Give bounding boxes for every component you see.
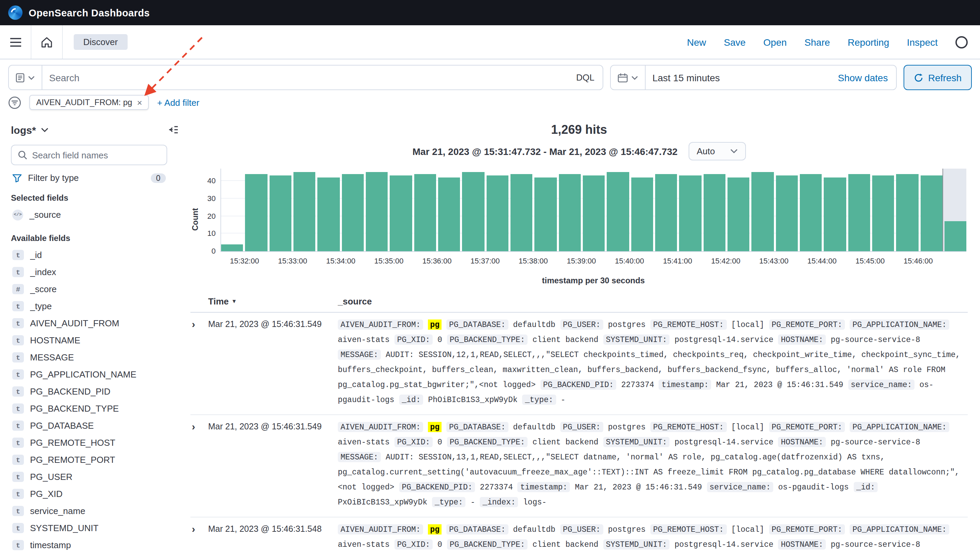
field-item-PG_XID[interactable]: tPG_XID [11,485,167,502]
calendar-button[interactable] [611,66,645,90]
nav-action-save[interactable]: Save [724,37,746,47]
histogram-bar[interactable] [559,174,581,251]
histogram-bar[interactable] [221,244,243,251]
histogram-bar[interactable] [583,176,605,251]
histogram-bar[interactable] [414,174,436,251]
histogram-bar[interactable] [945,221,967,251]
histogram-bar[interactable] [848,174,870,251]
histogram-bar[interactable] [366,172,388,251]
histogram-bar[interactable] [655,174,677,251]
source-field-name: SYSTEMD_UNIT: [603,437,669,447]
nav-action-reporting[interactable]: Reporting [848,37,889,47]
field-name: _score [30,284,57,294]
index-pattern-selector[interactable]: logs* [11,124,48,136]
field-item-HOSTNAME[interactable]: tHOSTNAME [11,332,167,349]
menu-button[interactable] [0,25,31,59]
search-input[interactable] [42,72,568,83]
field-item-timestamp[interactable]: ttimestamp [11,537,167,553]
histogram-bar[interactable] [607,172,629,251]
histogram-bar[interactable] [727,178,750,251]
nav-action-new[interactable]: New [687,37,706,47]
close-icon[interactable]: × [137,98,142,107]
expand-row-icon[interactable]: › [191,420,208,510]
home-button[interactable] [31,25,63,59]
source-field-value: Mar 21, 2023 @ 15:46:31.549 [575,483,702,491]
help-icon[interactable] [956,36,968,48]
add-filter-button[interactable]: + Add filter [157,97,200,107]
saved-query-button[interactable] [9,66,42,90]
field-item-AIVEN_AUDIT_FROM[interactable]: tAIVEN_AUDIT_FROM [11,315,167,332]
histogram-bar[interactable] [293,172,315,251]
histogram-bar[interactable] [318,178,340,251]
field-item-PG_DATABASE[interactable]: tPG_DATABASE [11,417,167,434]
field-type-icon: t [12,540,24,550]
time-range-label[interactable]: Last 15 minutes [645,72,830,83]
histogram-bar[interactable] [245,174,267,251]
filter-menu-icon[interactable] [8,96,21,109]
field-item-PG_USER[interactable]: tPG_USER [11,468,167,485]
x-tick-label: 15:39:00 [567,257,596,265]
source-field-value: postgres [608,423,645,431]
source-field-value: 0 [437,540,442,549]
source-field-name: service_name: [707,482,773,492]
histogram-bar[interactable] [776,176,798,251]
histogram-bar[interactable] [703,174,725,251]
field-name: PG_APPLICATION_NAME [30,369,136,380]
histogram-bar[interactable] [390,176,412,251]
histogram-bar[interactable] [631,178,653,251]
field-item-PG_REMOTE_HOST[interactable]: tPG_REMOTE_HOST [11,434,167,451]
histogram-bar[interactable] [824,178,846,251]
row-source: AIVEN_AUDIT_FROM: pg PG_DATABASE: defaul… [338,522,968,553]
field-item-PG_REMOTE_PORT[interactable]: tPG_REMOTE_PORT [11,451,167,468]
source-field-value: postgresql-14.service [674,540,773,549]
histogram-bar[interactable] [872,176,894,251]
interval-select[interactable]: Auto [689,142,746,160]
field-item-_score[interactable]: #_score [11,281,167,298]
field-item-PG_BACKEND_PID[interactable]: tPG_BACKEND_PID [11,383,167,400]
histogram-bar[interactable] [751,172,773,251]
histogram-bar[interactable] [486,176,508,251]
source-field-value: 0 [437,335,442,344]
filter-pill[interactable]: AIVEN_AUDIT_FROM: pg × [29,95,149,110]
time-range-text: Mar 21, 2023 @ 15:31:47.732 - Mar 21, 20… [413,146,678,157]
show-dates-button[interactable]: Show dates [830,72,896,83]
field-item-_type[interactable]: t_type [11,298,167,315]
source-field-value: pg [428,319,442,330]
nav-action-open[interactable]: Open [763,37,787,47]
histogram-bar[interactable] [920,176,942,251]
field-item-PG_BACKEND_TYPE[interactable]: tPG_BACKEND_TYPE [11,400,167,417]
time-column-header[interactable]: Time ▼ [208,296,338,306]
field-name: timestamp [30,540,71,550]
histogram-bar[interactable] [800,174,822,251]
content-area: logs* Filter by type 0 Selected fields <… [0,116,980,553]
source-field-value: - [560,395,565,404]
field-type-icon: t [12,250,24,260]
field-name: PG_XID [30,489,62,499]
field-item-_id[interactable]: t_id [11,247,167,263]
histogram-bar[interactable] [535,178,557,251]
nav-action-inspect[interactable]: Inspect [907,37,938,47]
histogram-bar[interactable] [511,174,533,251]
field-item-service_name[interactable]: tservice_name [11,502,167,520]
histogram-bar[interactable] [438,178,460,251]
expand-row-icon[interactable]: › [191,522,208,553]
nav-action-share[interactable]: Share [805,37,830,47]
field-item-_index[interactable]: t_index [11,263,167,281]
field-item-SYSTEMD_UNIT[interactable]: tSYSTEMD_UNIT [11,520,167,537]
expand-row-icon[interactable]: › [191,318,208,407]
histogram-bars [221,168,966,251]
collapse-sidebar-button[interactable] [165,122,181,138]
field-item-PG_APPLICATION_NAME[interactable]: tPG_APPLICATION_NAME [11,366,167,383]
histogram-bar[interactable] [679,176,701,251]
histogram-bar[interactable] [341,174,364,251]
refresh-button[interactable]: Refresh [903,65,972,90]
histogram-bar[interactable] [269,176,291,251]
histogram-bar[interactable] [896,174,918,251]
field-search-input[interactable] [32,150,160,160]
histogram-bar[interactable] [462,172,485,251]
field-item-MESSAGE[interactable]: tMESSAGE [11,349,167,366]
filter-by-type-button[interactable]: Filter by type 0 [12,173,166,183]
field-item-_source[interactable]: </>_source [11,206,167,223]
field-type-icon: t [12,335,24,345]
query-language-button[interactable]: DQL [568,72,602,83]
